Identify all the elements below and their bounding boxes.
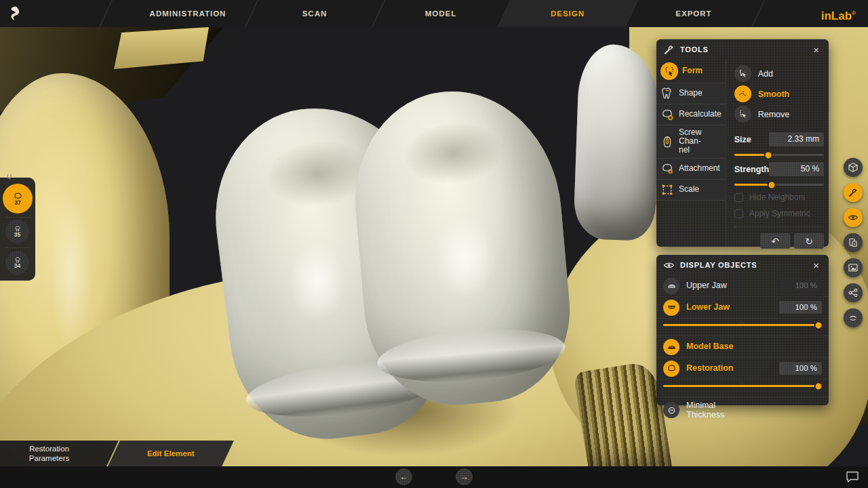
- size-slider-block: Size 2.33 mm: [734, 132, 824, 156]
- tools-icon: [663, 44, 675, 56]
- view-cube-icon: [848, 162, 859, 173]
- upper-jaw-icon: [663, 278, 679, 294]
- inlab-app: { "colors": { "accent": "#F3A60C", "nav_…: [0, 0, 868, 488]
- tooth-button-35[interactable]: 35: [5, 220, 29, 243]
- tool-category-form[interactable]: Form: [656, 60, 726, 83]
- strength-slider-block: Strength 50 %: [734, 162, 824, 186]
- upper-jaw-opacity-field[interactable]: 100 %: [779, 279, 822, 292]
- tooth-number: 35: [14, 231, 20, 238]
- display-item-model-base[interactable]: Model Base: [656, 336, 829, 358]
- jaw-articulation-button[interactable]: [844, 308, 863, 327]
- tab-restoration-parameters[interactable]: Restoration Parameters: [0, 441, 119, 466]
- display-item-restoration[interactable]: Restoration 100 %: [656, 358, 829, 380]
- jaw-articulation-icon: [848, 312, 859, 323]
- bottom-step-tabs: Restoration Parameters Edit Element: [0, 441, 271, 466]
- strength-slider-handle[interactable]: [768, 180, 776, 189]
- connections-button[interactable]: [844, 283, 863, 302]
- option-label: Apply Symmetric: [749, 209, 810, 218]
- restoration-opacity-field[interactable]: 100 %: [779, 362, 822, 375]
- mode-label: Remove: [758, 110, 790, 119]
- connections-icon: [848, 287, 859, 298]
- display-item-lower-jaw[interactable]: Lower Jaw 100 %: [656, 297, 829, 319]
- tooth-number: 37: [14, 199, 20, 206]
- strength-label: Strength: [734, 165, 769, 174]
- divider: [5, 247, 30, 248]
- slider-fill: [663, 385, 818, 387]
- nav-tab-design[interactable]: DESIGN: [507, 0, 629, 27]
- display-item-minimal-thickness[interactable]: Minimal Thickness: [656, 397, 829, 423]
- nav-tab-administration[interactable]: ADMINISTRATION: [127, 0, 249, 27]
- nav-tab-model[interactable]: MODEL: [380, 0, 502, 27]
- view-cube-button[interactable]: [844, 158, 863, 177]
- tools-toggle-button[interactable]: [844, 183, 863, 202]
- screw-channel-tool-icon: [660, 135, 674, 148]
- chat-button[interactable]: [845, 470, 860, 484]
- eye-icon: [663, 260, 675, 271]
- recalculate-tool-icon: [660, 108, 674, 121]
- tab-edit-element[interactable]: Edit Element: [108, 441, 234, 466]
- image-view-button[interactable]: [844, 258, 863, 277]
- strength-value-field[interactable]: 50 %: [769, 162, 824, 176]
- lower-jaw-opacity-field[interactable]: 100 %: [779, 301, 822, 314]
- nav-divider: [98, 0, 114, 27]
- sirona-logo-icon: [7, 5, 24, 22]
- tool-category-scale[interactable]: Scale: [656, 180, 726, 201]
- lower-jaw-slider-handle[interactable]: [814, 321, 823, 329]
- divider: [734, 226, 824, 227]
- tool-category-screw-channel[interactable]: Screw Chan- nel: [656, 125, 726, 159]
- tooth-button-37[interactable]: 37: [3, 184, 33, 214]
- undo-button[interactable]: ↶: [760, 233, 790, 249]
- tool-category-label: Recalculate: [679, 110, 722, 119]
- tool-category-attachment[interactable]: Attachment: [656, 159, 726, 180]
- size-slider-handle[interactable]: [764, 150, 773, 159]
- next-step-button[interactable]: →: [456, 468, 473, 485]
- slider-notch: [736, 319, 746, 324]
- close-icon[interactable]: ×: [810, 43, 822, 56]
- display-item-label: Upper Jaw: [686, 281, 779, 290]
- mode-smooth[interactable]: Smooth: [734, 85, 824, 102]
- chat-bubble-icon: [845, 470, 860, 484]
- top-navigation-bar: ADMINISTRATION SCAN MODEL DESIGN EXPORT …: [0, 0, 868, 27]
- nav-tab-scan[interactable]: SCAN: [254, 0, 376, 27]
- tool-category-shape[interactable]: Shape: [656, 83, 726, 104]
- lower-jaw-opacity-slider[interactable]: [663, 324, 822, 326]
- size-slider[interactable]: [734, 154, 824, 156]
- mode-remove[interactable]: Remove: [734, 106, 824, 123]
- case-documents-button[interactable]: [844, 233, 863, 252]
- specular-highlight: [277, 224, 358, 339]
- display-objects-toggle-button[interactable]: [844, 208, 863, 227]
- tool-category-label: Scale: [679, 185, 699, 194]
- mode-add[interactable]: Add: [734, 65, 824, 82]
- redo-button[interactable]: ↻: [794, 233, 824, 249]
- restoration-slider-handle[interactable]: [814, 382, 823, 390]
- brand-logo-text: inLab®: [821, 0, 856, 27]
- display-item-label: Restoration: [686, 363, 779, 373]
- add-mode-icon: [734, 65, 751, 82]
- restoration-opacity-slider-row: [656, 385, 829, 397]
- registered-mark: ®: [852, 10, 856, 16]
- image-icon: [848, 262, 859, 273]
- tool-category-label: Form: [682, 66, 703, 75]
- minimal-thickness-icon: [663, 402, 679, 418]
- tooth-selector-panel: 37 35 34: [0, 178, 35, 281]
- slider-fill: [663, 324, 818, 326]
- checkbox: [734, 209, 743, 218]
- tab-label: Restoration Parameters: [29, 444, 69, 464]
- tool-category-label: Screw Chan- nel: [679, 128, 722, 155]
- tool-category-recalculate[interactable]: Recalculate: [656, 104, 726, 125]
- neighbor-crown-top-right: [573, 43, 661, 241]
- close-icon[interactable]: ×: [810, 259, 822, 272]
- slider-fill: [734, 154, 768, 156]
- strength-slider[interactable]: [734, 184, 824, 186]
- tooth-button-34[interactable]: 34: [5, 251, 29, 274]
- display-panel-header: DISPLAY OBJECTS ×: [656, 255, 829, 275]
- previous-step-button[interactable]: ←: [395, 468, 412, 485]
- display-item-upper-jaw[interactable]: Upper Jaw 100 %: [656, 275, 829, 297]
- nav-tab-export[interactable]: EXPORT: [633, 0, 755, 27]
- restoration-opacity-slider[interactable]: [663, 385, 822, 387]
- remove-mode-icon: [734, 106, 751, 123]
- slider-fill: [734, 184, 772, 186]
- size-value-field[interactable]: 2.33 mm: [769, 132, 824, 146]
- lower-jaw-indicator-icon: ∪: [6, 171, 12, 181]
- tool-options: Add Smooth Remove: [726, 60, 832, 247]
